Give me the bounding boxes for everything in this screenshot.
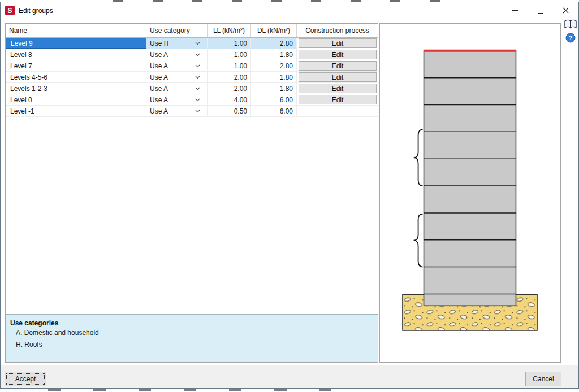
construction-process-cell: Edit <box>297 72 378 82</box>
table-header-row: Name Use category LL (kN/m²) DL (kN/m²) … <box>6 24 378 38</box>
use-category-dropdown[interactable]: Use A <box>146 60 208 71</box>
chevron-down-icon <box>195 110 200 113</box>
chevron-down-icon <box>195 64 200 68</box>
header-construction-process: Construction process <box>297 24 378 37</box>
table-row[interactable]: Levels 4-5-6 Use A 2.00 1.80 Edit <box>6 72 378 83</box>
use-category-value: Use A <box>150 51 168 59</box>
ll-value-cell[interactable]: 2.00 <box>208 83 251 94</box>
row-name-cell[interactable]: Level 8 <box>6 49 146 60</box>
help-icons-column: ? <box>564 19 577 43</box>
use-category-value: Use A <box>150 62 168 70</box>
edit-button[interactable]: Edit <box>299 72 377 82</box>
help-icon[interactable]: ? <box>565 33 576 43</box>
row-name-cell[interactable]: Level 7 <box>6 60 146 71</box>
construction-process-cell: Edit <box>297 94 378 105</box>
maximize-icon <box>538 8 543 14</box>
use-category-value: Use A <box>150 96 168 104</box>
ll-value-cell[interactable]: 2.00 <box>208 72 251 82</box>
svg-text:S: S <box>7 7 12 15</box>
ll-value-cell[interactable]: 4.00 <box>208 94 251 105</box>
table-row[interactable]: Level 0 Use A 4.00 6.00 Edit <box>6 94 378 106</box>
accept-button[interactable]: Accept <box>5 372 46 386</box>
edit-button[interactable]: Edit <box>299 61 377 71</box>
edit-groups-window: S Edit groups Name Use category LL (kN/m… <box>0 2 579 389</box>
edit-button[interactable]: Edit <box>299 95 377 104</box>
chevron-down-icon <box>195 87 200 90</box>
groups-table-panel: Name Use category LL (kN/m²) DL (kN/m²) … <box>5 23 378 363</box>
use-category-dropdown[interactable]: Use H <box>146 38 208 49</box>
use-category-dropdown[interactable]: Use A <box>146 83 208 94</box>
edit-button[interactable]: Edit <box>299 38 377 48</box>
dl-value-cell[interactable]: 6.00 <box>251 106 297 116</box>
group-brace-icon <box>414 129 423 186</box>
use-categories-title: Use categories <box>10 319 378 327</box>
chevron-down-icon <box>195 98 200 102</box>
footer-bar: Accept Cancel <box>1 365 578 388</box>
maximize-button[interactable] <box>528 2 553 19</box>
dl-value-cell[interactable]: 2.80 <box>251 38 297 49</box>
close-icon <box>563 7 569 14</box>
construction-process-cell: Edit <box>297 49 378 60</box>
construction-process-cell: Edit <box>297 60 378 71</box>
window-title: Edit groups <box>19 7 53 15</box>
table-row[interactable]: Level 7 Use A 1.00 2.80 Edit <box>6 60 378 72</box>
minimize-icon <box>512 10 518 11</box>
use-category-item: A. Domestic and household <box>16 327 378 339</box>
use-category-value: Use A <box>150 73 168 81</box>
svg-text:?: ? <box>569 34 573 41</box>
manual-book-icon[interactable] <box>564 19 577 29</box>
table-row[interactable]: Level 8 Use A 1.00 1.80 Edit <box>6 49 378 60</box>
use-category-dropdown[interactable]: Use A <box>146 94 208 105</box>
chevron-down-icon <box>195 76 200 79</box>
use-category-value: Use A <box>150 107 168 115</box>
use-category-dropdown[interactable]: Use A <box>146 106 208 116</box>
ll-value-cell[interactable]: 1.00 <box>208 38 251 49</box>
header-ll: LL (kN/m²) <box>208 24 251 37</box>
edit-button[interactable]: Edit <box>299 84 377 93</box>
header-use-category: Use category <box>146 24 208 37</box>
window-controls <box>502 2 578 19</box>
background-text-fragment <box>48 389 331 391</box>
dl-value-cell[interactable]: 2.80 <box>251 60 297 71</box>
row-name-cell[interactable]: Levels 4-5-6 <box>6 72 146 82</box>
table-row[interactable]: Levels 1-2-3 Use A 2.00 1.80 Edit <box>6 83 378 94</box>
close-button[interactable] <box>553 2 578 19</box>
table-row[interactable]: Level 9 Use H 1.00 2.80 Edit <box>6 38 378 49</box>
titlebar[interactable]: S Edit groups <box>1 2 578 19</box>
edit-button[interactable]: Edit <box>299 50 377 59</box>
building-diagram <box>380 24 560 362</box>
row-name-cell[interactable]: Level -1 <box>6 106 146 116</box>
use-category-dropdown[interactable]: Use A <box>146 72 208 82</box>
cancel-button[interactable]: Cancel <box>525 372 561 386</box>
use-category-value: Use A <box>150 85 168 93</box>
row-name-cell[interactable]: Levels 1-2-3 <box>6 83 146 94</box>
row-name-cell[interactable]: Level 9 <box>6 38 146 49</box>
ll-value-cell[interactable]: 1.00 <box>208 49 251 60</box>
building-body <box>424 51 516 306</box>
chevron-down-icon <box>195 42 200 45</box>
ll-value-cell[interactable]: 0.50 <box>208 106 251 116</box>
header-name: Name <box>6 24 146 37</box>
construction-process-cell <box>297 106 378 116</box>
dl-value-cell[interactable]: 1.80 <box>251 83 297 94</box>
dl-value-cell[interactable]: 1.80 <box>251 72 297 82</box>
use-category-item: H. Roofs <box>16 339 378 351</box>
dl-value-cell[interactable]: 6.00 <box>251 94 297 105</box>
ll-value-cell[interactable]: 1.00 <box>208 60 251 71</box>
chevron-down-icon <box>195 53 200 56</box>
header-dl: DL (kN/m²) <box>251 24 297 37</box>
dl-value-cell[interactable]: 1.80 <box>251 49 297 60</box>
use-categories-panel: Use categories A. Domestic and household… <box>6 314 378 362</box>
construction-process-cell: Edit <box>297 38 378 49</box>
row-name-cell[interactable]: Level 0 <box>6 94 146 105</box>
minimize-button[interactable] <box>502 2 528 19</box>
building-diagram-panel <box>379 23 561 363</box>
table-row[interactable]: Level -1 Use A 0.50 6.00 <box>6 106 378 117</box>
group-brace-icon <box>414 214 423 267</box>
use-category-dropdown[interactable]: Use A <box>146 49 208 60</box>
app-icon: S <box>5 6 15 15</box>
construction-process-cell: Edit <box>297 83 378 94</box>
use-category-value: Use H <box>150 40 168 47</box>
